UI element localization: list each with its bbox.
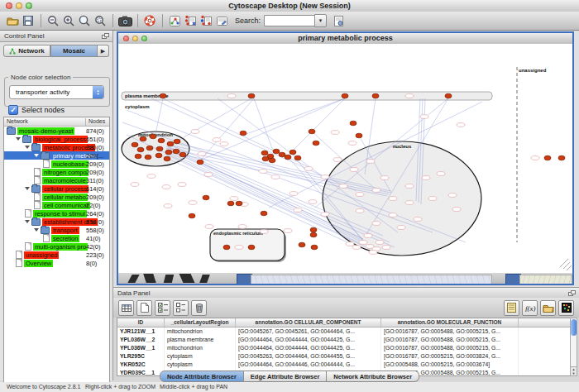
gene-node[interactable] bbox=[156, 153, 162, 158]
expand-arrow-icon[interactable] bbox=[25, 146, 30, 149]
gene-node[interactable] bbox=[356, 133, 362, 138]
float-panel-icon[interactable] bbox=[568, 290, 575, 296]
tree-row[interactable]: macromolecule311(0) bbox=[4, 176, 109, 184]
gene-node[interactable] bbox=[544, 155, 551, 160]
gene-node[interactable] bbox=[173, 149, 179, 154]
gene-node[interactable] bbox=[164, 156, 170, 161]
gene-node[interactable] bbox=[445, 93, 452, 98]
save-icon[interactable] bbox=[21, 13, 36, 28]
gene-node[interactable] bbox=[310, 232, 317, 237]
gene-node[interactable] bbox=[273, 149, 280, 154]
column-header[interactable]: annotation.GO CELLULAR_COMPONENT bbox=[236, 318, 381, 327]
expand-arrow-icon[interactable] bbox=[34, 154, 39, 157]
zoom-fit-icon[interactable] bbox=[77, 13, 92, 28]
expand-arrow-icon[interactable] bbox=[34, 228, 39, 232]
zoom-in-icon[interactable] bbox=[61, 13, 76, 28]
table-row[interactable]: YJR121W__1mitochondrion[GO:0045267, GO:0… bbox=[117, 327, 570, 336]
gene-node[interactable] bbox=[342, 93, 348, 98]
gene-node[interactable] bbox=[236, 201, 242, 206]
table-row[interactable]: YKR052Ccytoplasm[GO:0044464, GO:0044446,… bbox=[117, 361, 570, 369]
gene-node[interactable] bbox=[290, 150, 296, 155]
gene-node[interactable] bbox=[285, 155, 291, 160]
tree-row[interactable]: multi-organism pro42(0) bbox=[4, 242, 109, 251]
tree-row[interactable]: cellular process614(0) bbox=[4, 184, 109, 193]
gene-node[interactable] bbox=[309, 129, 315, 134]
tree-row[interactable]: establishment of lo558(0) bbox=[4, 218, 109, 226]
tab-overflow-button[interactable]: ▶ bbox=[98, 45, 109, 57]
gene-node[interactable] bbox=[156, 146, 163, 151]
gene-node[interactable] bbox=[310, 227, 317, 232]
gene-node[interactable] bbox=[261, 211, 267, 216]
tree-row[interactable]: cell communicat22(0) bbox=[4, 201, 109, 209]
gene-node[interactable] bbox=[313, 141, 319, 146]
table-row[interactable]: YLR295Ccytoplasm[GO:0045263, GO:0044464,… bbox=[117, 352, 570, 361]
gene-node[interactable] bbox=[240, 131, 246, 136]
tab-network[interactable]: Network bbox=[3, 45, 50, 57]
table-row[interactable]: YPL036W__2plasma membrane[GO:0044464, GO… bbox=[117, 336, 570, 344]
tree-row[interactable]: metabolic process280(0) bbox=[4, 143, 109, 151]
gene-node[interactable] bbox=[372, 93, 379, 98]
float-panel-icon[interactable] bbox=[102, 33, 108, 39]
zoom-selected-icon[interactable] bbox=[93, 13, 108, 28]
zoom-out-icon[interactable] bbox=[45, 13, 60, 28]
unselect-attributes-icon[interactable] bbox=[173, 300, 189, 316]
scrollbar-thumb[interactable] bbox=[571, 319, 577, 336]
gene-node[interactable] bbox=[262, 156, 269, 161]
network-canvas[interactable]: plasma membranecytoplasmmitochondrionnuc… bbox=[118, 44, 572, 273]
annotation-icon[interactable] bbox=[214, 13, 229, 28]
import-table-icon[interactable] bbox=[199, 13, 213, 28]
select-attributes-icon[interactable] bbox=[155, 300, 170, 316]
column-header[interactable]: annotation.GO MOLECULAR_FUNCTION bbox=[381, 318, 519, 327]
tree-row[interactable]: secretion41(0) bbox=[4, 234, 109, 242]
gene-node[interactable] bbox=[261, 151, 268, 155]
gene-node[interactable] bbox=[145, 155, 151, 160]
tree-row[interactable]: nucleobase-209(0) bbox=[4, 160, 109, 168]
select-nodes-checkbox[interactable]: ✓ bbox=[8, 105, 18, 115]
gene-node[interactable] bbox=[269, 158, 275, 163]
gene-node[interactable] bbox=[179, 152, 186, 157]
attribute-table-icon[interactable] bbox=[118, 300, 134, 316]
gene-node[interactable] bbox=[174, 139, 180, 144]
search-dropdown-button[interactable]: ▼ bbox=[314, 14, 327, 27]
import-network-icon[interactable] bbox=[183, 13, 198, 28]
snapshot-icon[interactable] bbox=[117, 13, 132, 28]
gene-node[interactable] bbox=[227, 201, 234, 206]
column-header[interactable]: _cellularLayoutRegion bbox=[165, 318, 236, 327]
expand-arrow-icon[interactable] bbox=[25, 220, 30, 223]
gene-node[interactable] bbox=[135, 154, 141, 159]
tab-network-attribute-browser[interactable]: Network Attribute Browser bbox=[327, 370, 419, 382]
gene-node[interactable] bbox=[189, 213, 195, 218]
network-window-titlebar[interactable]: primary metabolic process bbox=[118, 33, 572, 45]
gene-node[interactable] bbox=[165, 150, 172, 155]
tree-row[interactable]: biological_process651(0) bbox=[4, 135, 109, 143]
gene-node[interactable] bbox=[132, 142, 138, 147]
node-color-combobox[interactable]: transporter activity ▲▼ bbox=[9, 85, 104, 99]
gene-node[interactable] bbox=[160, 93, 166, 98]
gene-node[interactable] bbox=[203, 195, 209, 200]
expand-arrow-icon[interactable] bbox=[16, 137, 21, 141]
matrix-icon[interactable] bbox=[558, 300, 574, 316]
search-input[interactable] bbox=[264, 15, 314, 26]
tree-row[interactable]: Overview8(0) bbox=[4, 259, 109, 267]
gene-node[interactable] bbox=[158, 138, 165, 143]
tab-edge-attribute-browser[interactable]: Edge Attribute Browser bbox=[244, 370, 327, 382]
function-builder-icon[interactable]: f(x) bbox=[522, 300, 538, 316]
help-icon[interactable] bbox=[142, 13, 157, 28]
tree-row[interactable]: primary metabo209(... bbox=[4, 151, 109, 160]
gene-node[interactable] bbox=[558, 155, 565, 160]
gene-node[interactable] bbox=[137, 147, 144, 152]
gene-node[interactable] bbox=[350, 121, 356, 126]
tree-row[interactable]: response to stimul264(0) bbox=[4, 209, 109, 218]
gene-node[interactable] bbox=[167, 141, 174, 146]
delete-attribute-icon[interactable] bbox=[191, 300, 207, 316]
table-scrollbar[interactable]: ▲▼ bbox=[570, 318, 577, 376]
table-row[interactable]: YPL036W__1mitochondrion[GO:0044464, GO:0… bbox=[117, 344, 570, 352]
gene-node[interactable] bbox=[146, 146, 153, 151]
new-attribute-icon[interactable] bbox=[136, 300, 152, 316]
attribute-table[interactable]: ID_cellularLayoutRegionannotation.GO CEL… bbox=[117, 318, 571, 376]
gene-node[interactable] bbox=[223, 245, 230, 250]
gene-node[interactable] bbox=[197, 160, 203, 165]
gene-node[interactable] bbox=[311, 245, 318, 250]
tree-row[interactable]: nitrogen compo209(0) bbox=[4, 168, 109, 176]
tree-row[interactable]: cellular metabo209(0) bbox=[4, 193, 109, 201]
